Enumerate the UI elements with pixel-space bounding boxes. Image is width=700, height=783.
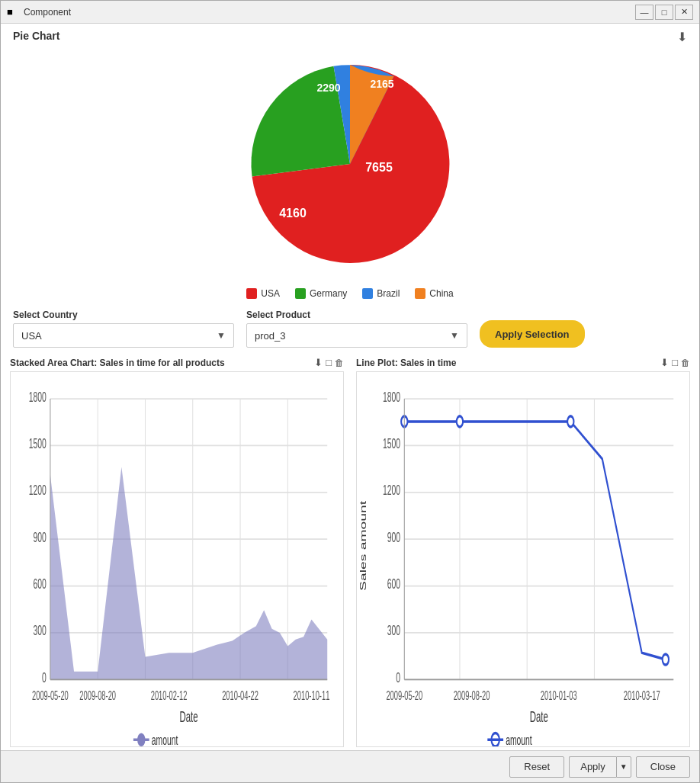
pie-label-usa: 7655	[365, 161, 393, 174]
svg-text:Sales amount: Sales amount	[358, 500, 368, 591]
svg-text:900: 900	[33, 530, 46, 544]
line-chart-point	[663, 654, 669, 665]
legend-label-germany: Germany	[310, 288, 347, 299]
apply-split-button: Apply ▼	[569, 756, 631, 778]
legend-label-china: China	[429, 288, 453, 299]
window-title: Component	[24, 7, 635, 18]
svg-text:1800: 1800	[29, 390, 47, 404]
pie-chart-svg: 7655 4160 2290 2165	[236, 50, 464, 278]
svg-text:1200: 1200	[29, 483, 47, 498]
svg-text:600: 600	[387, 576, 400, 591]
pie-chart-title: Pie Chart	[13, 30, 59, 42]
svg-text:900: 900	[387, 530, 400, 544]
line-edit-icon[interactable]: □	[672, 357, 678, 368]
bottom-bar: Reset Apply ▼ Close	[1, 750, 699, 782]
legend-color-china	[415, 288, 425, 299]
svg-text:0: 0	[396, 670, 400, 685]
line-chart-area: 0 300 600 900 1200 1500 1800 2009-05-20 …	[356, 371, 690, 747]
minimize-button[interactable]: —	[635, 5, 653, 20]
legend-item-usa: USA	[246, 288, 280, 299]
svg-text:2010-04-22: 2010-04-22	[222, 688, 258, 702]
window-icon: ■	[7, 6, 19, 18]
line-chart-svg: 0 300 600 900 1200 1500 1800 2009-05-20 …	[357, 372, 689, 746]
pie-label-china: 2165	[370, 78, 393, 90]
maximize-button[interactable]: □	[655, 5, 673, 20]
title-bar: ■ Component — □ ✕	[1, 1, 699, 24]
product-control: Select Product prod_3 ▼	[246, 310, 467, 348]
apply-button[interactable]: Apply	[569, 756, 616, 778]
line-chart-header: Line Plot: Sales in time ⬇ □ 🗑	[356, 357, 690, 368]
country-dropdown[interactable]: USA ▼	[13, 323, 234, 348]
main-window: ■ Component — □ ✕ Pie Chart ⬇ 7655	[0, 0, 700, 783]
stacked-chart-svg: 0 300 600 900 1200 1500 1800 2009-05-20 …	[11, 372, 343, 746]
pie-label-brazil: 2290	[316, 82, 340, 94]
legend-item-brazil: Brazil	[362, 288, 400, 299]
reset-button[interactable]: Reset	[509, 756, 564, 778]
country-control: Select Country USA ▼	[13, 310, 234, 348]
legend-color-brazil	[362, 288, 373, 299]
svg-text:2010-01-03: 2010-01-03	[541, 688, 577, 702]
product-label: Select Product	[246, 310, 467, 320]
controls-row: Select Country USA ▼ Select Product prod…	[1, 306, 699, 354]
svg-text:2009-05-20: 2009-05-20	[386, 688, 422, 702]
svg-text:1500: 1500	[29, 436, 47, 451]
svg-text:300: 300	[33, 624, 46, 638]
stacked-trash-icon[interactable]: 🗑	[335, 358, 344, 368]
svg-text:1200: 1200	[383, 483, 400, 498]
line-chart-panel: Line Plot: Sales in time ⬇ □ 🗑	[350, 354, 696, 750]
line-chart-point	[567, 416, 573, 427]
country-dropdown-value: USA	[21, 330, 42, 342]
apply-dropdown-arrow[interactable]: ▼	[616, 756, 631, 778]
svg-text:1500: 1500	[383, 436, 400, 451]
svg-text:1800: 1800	[383, 390, 400, 404]
charts-row: Stacked Area Chart: Sales in time for al…	[1, 354, 699, 750]
svg-text:2009-05-20: 2009-05-20	[32, 688, 69, 702]
pie-section: Pie Chart ⬇	[1, 24, 699, 42]
line-chart-title: Line Plot: Sales in time	[356, 358, 657, 368]
svg-text:600: 600	[33, 576, 46, 591]
line-trash-icon[interactable]: 🗑	[681, 358, 690, 368]
legend-item-china: China	[415, 288, 453, 299]
svg-text:2009-08-20: 2009-08-20	[79, 688, 116, 702]
svg-text:300: 300	[387, 624, 400, 638]
line-chart-line	[404, 422, 666, 659]
line-download-icon[interactable]: ⬇	[660, 357, 669, 368]
product-dropdown[interactable]: prod_3 ▼	[246, 323, 467, 348]
legend-color-germany	[295, 288, 306, 299]
line-chart-point	[457, 416, 463, 427]
close-window-button[interactable]: ✕	[675, 5, 693, 20]
window-controls: — □ ✕	[635, 5, 693, 20]
pie-label-germany: 4160	[279, 207, 307, 220]
svg-text:2009-08-20: 2009-08-20	[454, 688, 490, 702]
svg-text:2010-03-17: 2010-03-17	[624, 688, 660, 702]
chevron-down-icon2: ▼	[450, 330, 459, 341]
svg-text:amount: amount	[506, 733, 532, 746]
stacked-edit-icon[interactable]: □	[326, 357, 332, 368]
svg-text:Date: Date	[530, 709, 548, 725]
svg-text:0: 0	[42, 670, 47, 685]
legend-label-usa: USA	[261, 288, 280, 299]
stacked-chart-area: 0 300 600 900 1200 1500 1800 2009-05-20 …	[10, 371, 344, 747]
svg-text:2010-10-11: 2010-10-11	[294, 688, 330, 702]
legend-label-brazil: Brazil	[377, 288, 400, 299]
pie-chart-container: 7655 4160 2290 2165	[1, 42, 699, 282]
product-dropdown-value: prod_3	[255, 330, 285, 342]
pie-legend: USA Germany Brazil China	[1, 288, 699, 299]
pie-download-icon[interactable]: ⬇	[677, 30, 687, 44]
country-label: Select Country	[13, 310, 234, 320]
stacked-chart-panel: Stacked Area Chart: Sales in time for al…	[4, 354, 350, 750]
apply-selection-button[interactable]: Apply Selection	[480, 320, 585, 348]
svg-text:Date: Date	[180, 709, 198, 725]
stacked-download-icon[interactable]: ⬇	[314, 357, 323, 368]
stacked-chart-header: Stacked Area Chart: Sales in time for al…	[10, 357, 344, 368]
close-button[interactable]: Close	[636, 756, 690, 778]
svg-text:amount: amount	[152, 733, 178, 746]
legend-color-usa	[246, 288, 257, 299]
stacked-chart-title: Stacked Area Chart: Sales in time for al…	[10, 358, 311, 368]
chevron-down-icon: ▼	[217, 330, 226, 341]
stacked-area-fill	[50, 467, 327, 680]
svg-text:2010-02-12: 2010-02-12	[151, 688, 188, 702]
content-area: Pie Chart ⬇ 7655 4160 2290	[1, 24, 699, 782]
legend-item-germany: Germany	[295, 288, 347, 299]
